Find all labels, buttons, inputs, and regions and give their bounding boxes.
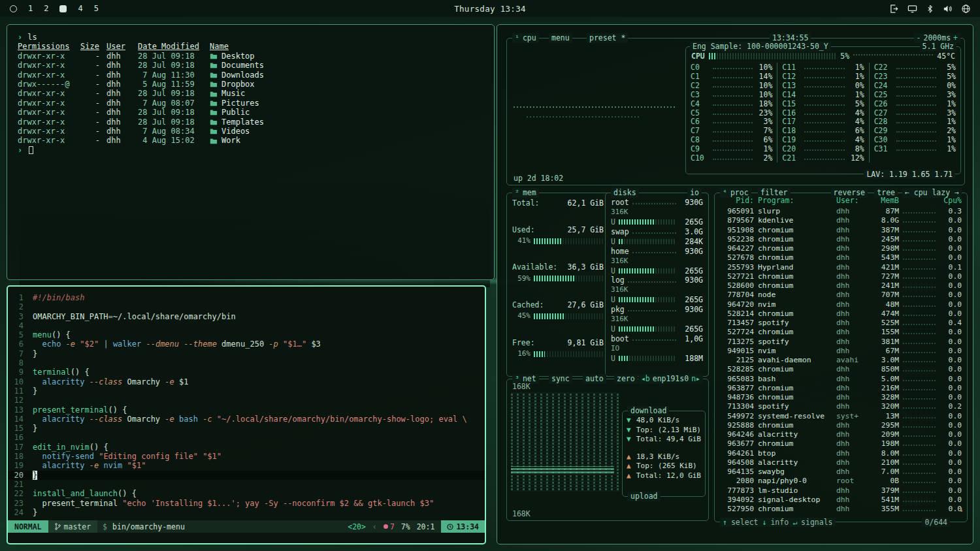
process-name: slurp	[758, 207, 832, 216]
btop-disks-box: disks io root 930G 316K	[605, 193, 709, 377]
mem-stat: Available:36,3 GiB 59%	[512, 262, 604, 283]
code-line: 20 }	[8, 471, 485, 480]
process-row[interactable]: 964508 alacritty dhh 210M 0.0	[715, 458, 967, 467]
menu-button[interactable]: menu	[549, 33, 572, 43]
net-interface-selector[interactable]: ◂benp191s0n▸	[638, 374, 703, 384]
directory-name: Public	[210, 108, 483, 117]
process-cpu: 0.0	[939, 226, 962, 235]
workspace[interactable]: 1	[28, 5, 33, 12]
code-line: 16	[8, 433, 485, 442]
preset-button[interactable]: preset *	[587, 33, 628, 43]
process-row[interactable]: 964135 swaybg dhh 7.0M 0.0	[715, 467, 967, 477]
process-row[interactable]: 964720 nvim dhh 48M 0.0	[715, 300, 967, 309]
process-row[interactable]: 952238 chromium dhh 245M 0.0	[715, 235, 967, 244]
process-pid: 965083	[720, 375, 754, 384]
mem-stat: Free:9,81 GiB 16%	[512, 338, 604, 359]
disk-line: 316K	[611, 285, 703, 295]
process-pid: 527721	[720, 272, 754, 281]
ls-listing: drwxr-xr-x - dhh 28 Jul 09:18 Desktop dr…	[18, 52, 483, 146]
process-name: swaybg	[758, 467, 832, 477]
process-row[interactable]: 948736 chromium dhh 328M 0.0	[715, 393, 967, 402]
info-hint[interactable]: info	[770, 518, 789, 527]
process-row[interactable]: 255793 Hyprland dhh 421M 0.1	[715, 263, 967, 272]
editor-window[interactable]: 1 #!/bin/bash 2 3 OMARCHY_BIN_PATH=~/.lo…	[7, 285, 486, 544]
process-row[interactable]: 963877 chromium dhh 216M 0.0	[715, 384, 967, 393]
disks-title[interactable]: disks	[611, 188, 639, 198]
display-icon[interactable]	[907, 4, 917, 14]
process-user: dhh	[836, 244, 865, 253]
empty-prompt-line[interactable]: ›	[18, 146, 483, 155]
process-row[interactable]: 965091 slurp dhh 87M 0.3	[715, 207, 967, 216]
process-row[interactable]: 713275 spotify dhh 381M 0.0	[715, 338, 967, 347]
direction-arrow-icon: ▼	[627, 426, 633, 435]
date-modified: 28 Jul 09:18	[138, 89, 203, 98]
btop-window[interactable]: ¹cpu menu preset * 13:34:55 -2000ms+ up …	[497, 24, 973, 544]
process-row[interactable]: 964246 alacritty dhh 209M 0.0	[715, 430, 967, 439]
volume-icon[interactable]	[943, 4, 953, 14]
cpu-box-title[interactable]: ¹cpu	[512, 33, 539, 43]
workspace[interactable]: 5	[94, 5, 99, 12]
net-stat-line: ▲ 18,3 KiB/s	[627, 452, 701, 462]
process-cpu: 0.0	[939, 328, 962, 337]
workspace[interactable]	[59, 5, 67, 12]
signals-hint[interactable]: signals	[801, 518, 832, 527]
process-user: dhh	[836, 338, 865, 347]
process-name: spotify	[758, 319, 832, 328]
process-memory: 13M	[869, 412, 899, 421]
process-pid: 255793	[720, 263, 754, 272]
process-row[interactable]: 549972 systemd-resolve syst+ 13M 0.0	[715, 412, 967, 421]
process-row[interactable]: 528600 chromium dhh 241M 0.0	[715, 281, 967, 291]
process-row[interactable]: 527724 chromium dhh 155M 0.0	[715, 328, 967, 337]
terminal-window-ls[interactable]: › ls Permissions Size User Date Modified…	[7, 24, 495, 280]
process-row[interactable]: 528214 chromium dhh 474M 0.0	[715, 309, 967, 319]
process-row[interactable]: 925888 chromium dhh 295M 0.0	[715, 421, 967, 430]
process-row[interactable]: 777873 lm-studio dhh 379M 0.0	[715, 486, 967, 496]
process-name: btop	[758, 449, 832, 458]
process-name: chromium	[758, 244, 832, 253]
process-row[interactable]: 2080 napi/phy0-0 root 0B 0.0	[715, 477, 967, 486]
process-row[interactable]: 527721 chromium dhh 727M 0.0	[715, 272, 967, 281]
process-cpu: 0.2	[939, 402, 962, 411]
process-row[interactable]: 965083 bash dhh 5.0M 0.0	[715, 375, 967, 384]
process-row[interactable]: 951908 chromium dhh 387M 0.0	[715, 226, 967, 235]
net-zero-button[interactable]: zero	[614, 374, 638, 384]
io-button[interactable]: io	[687, 188, 702, 198]
mem-box-title[interactable]: ²mem	[512, 188, 539, 198]
process-row[interactable]: 527678 chromium dhh 543M 0.0	[715, 253, 967, 262]
process-row[interactable]: 394092 signal-desktop dhh 541M 0.0	[715, 496, 967, 505]
workspace[interactable]: 4	[78, 5, 82, 12]
workspace[interactable]	[10, 5, 17, 12]
core-grid: C010%C114%C210%C310%C418%C523%C63%C77%C8…	[686, 63, 960, 163]
process-row[interactable]: 713457 spotify dhh 525M 0.4	[715, 319, 967, 328]
net-auto-button[interactable]: auto	[583, 374, 606, 384]
net-sync-button[interactable]: sync	[549, 374, 572, 384]
file-size: -	[80, 52, 100, 61]
code-area[interactable]: 1 #!/bin/bash 2 3 OMARCHY_BIN_PATH=~/.lo…	[8, 287, 485, 520]
process-row[interactable]: 964227 chromium dhh 298M 0.0	[715, 244, 967, 253]
process-row[interactable]: 963677 chromium dhh 198M 0.0	[715, 439, 967, 449]
diagnostic-dot-icon	[384, 524, 388, 529]
cpu-total-meter: CPU 5% 45°C	[691, 52, 955, 61]
bluetooth-icon[interactable]	[926, 4, 934, 14]
process-row[interactable]: 949015 nvim dhh 67M 0.0	[715, 347, 967, 356]
terminal-cursor	[29, 146, 33, 154]
process-row[interactable]: 528285 chromium dhh 850M 0.0	[715, 365, 967, 374]
process-user: dhh	[836, 393, 865, 402]
process-table-header[interactable]: Pid: Program: User: MemB Cpu%	[715, 196, 967, 206]
core-row: C164%	[782, 108, 864, 118]
process-name: bash	[758, 375, 832, 384]
select-hint[interactable]: select	[731, 518, 759, 527]
process-row[interactable]: 964261 btop dhh 8.0M 0.0	[715, 449, 967, 458]
process-row[interactable]: 778704 node dhh 707M 0.0	[715, 291, 967, 300]
core-row: C208%	[782, 144, 864, 153]
logout-icon[interactable]	[889, 4, 899, 14]
process-row[interactable]: 2125 avahi-daemon avahi 3.0M 0.0	[715, 356, 967, 365]
process-row[interactable]: 713304 spotify dhh 320M 0.2	[715, 402, 967, 411]
workspace[interactable]: 2	[44, 5, 48, 12]
process-row[interactable]: 879567 kdenlive dhh 8.0G 0.0	[715, 216, 967, 225]
process-user: dhh	[836, 253, 865, 262]
scroll-down-indicator[interactable]: ↓	[959, 505, 964, 514]
process-name: kdenlive	[758, 216, 832, 225]
process-row[interactable]: 527950 chromium dhh 355M 0.0	[715, 505, 967, 514]
globe-icon[interactable]	[961, 4, 971, 14]
